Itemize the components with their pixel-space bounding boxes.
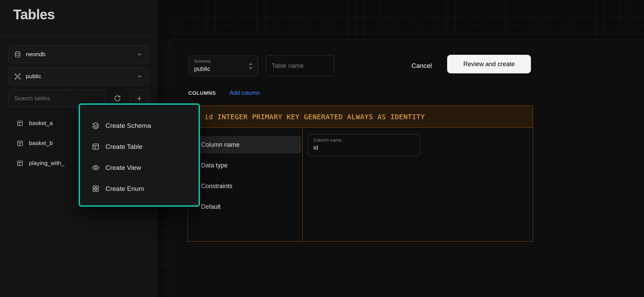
updown-chevron-icon: [248, 62, 254, 70]
table-icon: [17, 120, 23, 127]
column-editor: id INTEGER PRIMARY KEY GENERATED ALWAYS …: [188, 105, 533, 242]
columns-section-label: COLUMNS: [188, 90, 216, 96]
table-name: basket_a: [29, 120, 53, 127]
menu-item-create-schema[interactable]: Create Schema: [80, 115, 199, 136]
nav-item-default[interactable]: Default: [189, 198, 301, 215]
column-sql-row[interactable]: id INTEGER PRIMARY KEY GENERATED ALWAYS …: [188, 106, 533, 128]
plus-icon: [136, 95, 143, 102]
menu-item-create-table[interactable]: Create Table: [80, 136, 199, 157]
nav-item-constraints[interactable]: Constraints: [189, 177, 301, 195]
schema-select[interactable]: public: [8, 68, 149, 85]
review-and-create-button[interactable]: Review and create: [447, 55, 531, 73]
pane-divider: [302, 128, 303, 242]
menu-item-label: Create View: [105, 164, 141, 172]
schema-select-value: public: [26, 73, 132, 80]
database-icon: [14, 51, 21, 58]
table-icon: [92, 143, 100, 151]
column-name-field: Column name: [308, 134, 420, 156]
eye-icon: [92, 164, 100, 172]
nav-item-column-name[interactable]: Column name: [189, 136, 301, 153]
nav-item-data-type[interactable]: Data type: [189, 157, 301, 174]
page-title: Tables: [13, 7, 55, 22]
create-table-panel: Schema public Cancel Review and create C…: [168, 39, 644, 297]
table-icon: [17, 140, 23, 147]
chevron-down-icon: [137, 73, 143, 80]
schema-field-select[interactable]: Schema public: [188, 55, 258, 76]
add-column-link[interactable]: Add column: [230, 90, 260, 96]
menu-item-label: Create Table: [105, 143, 142, 151]
table-icon: [17, 160, 23, 167]
table-name-input[interactable]: [266, 55, 334, 76]
column-sql-preview: id INTEGER PRIMARY KEY GENERATED ALWAYS …: [204, 113, 425, 121]
cancel-button[interactable]: Cancel: [406, 55, 437, 76]
column-name-field-label: Column name: [313, 137, 415, 143]
schema-icon: [14, 73, 21, 80]
schema-field-value: public: [194, 65, 253, 73]
tables-page: Tables neondb: [0, 0, 644, 297]
menu-item-label: Create Enum: [105, 185, 144, 193]
refresh-icon: [114, 95, 121, 102]
database-select[interactable]: neondb: [8, 45, 149, 63]
menu-item-create-enum[interactable]: Create Enum: [80, 178, 199, 199]
layers-icon: [92, 122, 100, 130]
column-name-input[interactable]: [313, 144, 415, 152]
schema-field-label: Schema: [194, 59, 253, 64]
create-menu-popover: Create Schema Create Table Create View: [79, 103, 200, 207]
database-select-value: neondb: [26, 51, 132, 58]
chevron-down-icon: [137, 51, 143, 58]
menu-item-label: Create Schema: [105, 122, 151, 130]
sidebar-divider: [0, 35, 157, 35]
table-name: playing_with_: [29, 160, 64, 167]
grid-icon: [92, 185, 100, 193]
menu-item-create-view[interactable]: Create View: [80, 157, 199, 178]
table-name: basket_b: [29, 140, 53, 147]
column-form-nav: Column name Data type Constraints Defaul…: [188, 128, 302, 242]
